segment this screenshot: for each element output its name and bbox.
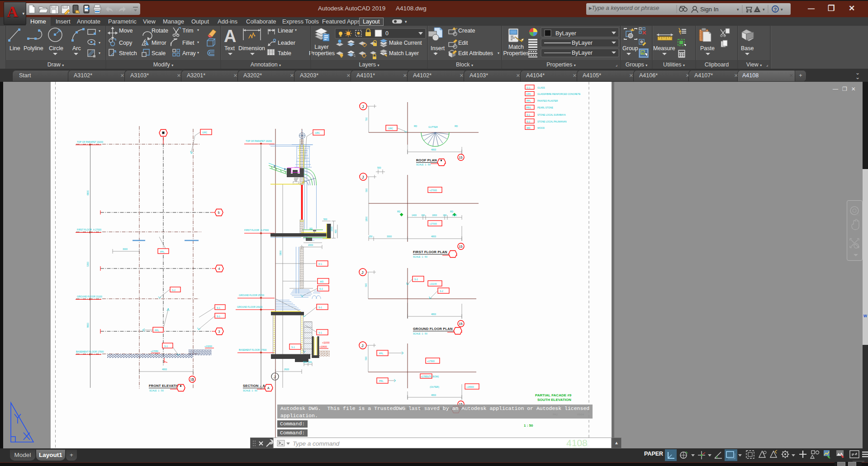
svg-text:500: 500 bbox=[303, 361, 307, 363]
svg-text:▾: ▾ bbox=[763, 7, 765, 12]
svg-text:S-1: S-1 bbox=[217, 315, 220, 318]
svg-text:1800: 1800 bbox=[432, 214, 437, 217]
svg-text:+27000: +27000 bbox=[429, 189, 437, 192]
svg-text:150: 150 bbox=[421, 214, 425, 217]
svg-text:GROUND FLOOR 21100: GROUND FLOOR 21100 bbox=[77, 295, 102, 298]
svg-text:D-1: D-1 bbox=[318, 263, 322, 265]
svg-text:STONE LOCAL SURABAYA: STONE LOCAL SURABAYA bbox=[537, 113, 566, 116]
svg-text:G-1: G-1 bbox=[526, 86, 531, 89]
svg-text:+13200: +13200 bbox=[204, 345, 212, 348]
svg-text:TOP OF PARAPET 19200: TOP OF PARAPET 19200 bbox=[77, 141, 103, 143]
svg-text:500: 500 bbox=[365, 356, 367, 360]
svg-text:4800: 4800 bbox=[431, 313, 436, 315]
svg-text:500: 500 bbox=[377, 166, 381, 169]
svg-text:WD: WD bbox=[526, 127, 531, 129]
svg-text:+16900: +16900 bbox=[466, 386, 474, 388]
svg-text:Type a command: Type a command bbox=[293, 440, 340, 447]
svg-text:S-1: S-1 bbox=[217, 306, 220, 309]
svg-text:RD: RD bbox=[450, 210, 454, 213]
svg-text:TOP OF PARAPET 19200: TOP OF PARAPET 19200 bbox=[246, 140, 272, 142]
svg-text:6600: 6600 bbox=[86, 190, 89, 195]
svg-text:SECTION – A: SECTION – A bbox=[243, 384, 265, 388]
svg-text:+21100: +21100 bbox=[429, 282, 437, 285]
svg-text:S-1: S-1 bbox=[526, 113, 530, 116]
svg-text:PRL: PRL bbox=[379, 380, 384, 382]
svg-text:4800: 4800 bbox=[162, 368, 167, 371]
svg-text:500: 500 bbox=[365, 283, 367, 287]
svg-text:2D: 2D bbox=[855, 213, 860, 217]
svg-text:500: 500 bbox=[323, 218, 327, 221]
svg-text:PARTIAL FACADE #9: PARTIAL FACADE #9 bbox=[535, 393, 572, 397]
svg-text:4: 4 bbox=[218, 267, 220, 270]
svg-text:+17900: +17900 bbox=[427, 360, 435, 362]
svg-text:RD: RD bbox=[309, 227, 313, 230]
svg-text:PPL: PPL bbox=[155, 329, 159, 332]
svg-text:S-2: S-2 bbox=[414, 278, 418, 281]
svg-text:3000: 3000 bbox=[123, 248, 128, 250]
svg-text:▾: ▾ bbox=[116, 7, 118, 12]
svg-text:RD: RD bbox=[414, 125, 417, 127]
svg-text:9600: 9600 bbox=[86, 323, 89, 328]
svg-text:150: 150 bbox=[443, 214, 447, 217]
svg-text:+11000: +11000 bbox=[322, 341, 330, 344]
svg-text:3000: 3000 bbox=[387, 235, 392, 238]
svg-text:FIRST FLOOR A 27000: FIRST FLOOR A 27000 bbox=[77, 228, 101, 231]
svg-text:J: J bbox=[362, 175, 364, 179]
svg-text:GLASS: GLASS bbox=[537, 86, 545, 89]
svg-text:+17850(TC BOW): +17850(TC BOW) bbox=[421, 375, 439, 378]
svg-text:ByLayer: ByLayer bbox=[572, 40, 593, 46]
svg-text:S-1: S-1 bbox=[318, 331, 322, 334]
svg-text:?: ? bbox=[774, 7, 777, 12]
svg-text:Sign In: Sign In bbox=[700, 6, 718, 13]
svg-text:GRC: GRC bbox=[526, 93, 531, 95]
svg-text:1500: 1500 bbox=[330, 226, 333, 231]
svg-text:J: J bbox=[362, 104, 364, 109]
svg-text:A: A bbox=[267, 386, 270, 390]
svg-text:GROUND FLOOR PLAN: GROUND FLOOR PLAN bbox=[413, 327, 453, 331]
svg-text:RD: RD bbox=[397, 210, 401, 213]
svg-text:0: 0 bbox=[385, 30, 389, 37]
svg-text:SCALE 1 : 50: SCALE 1 : 50 bbox=[413, 255, 427, 258]
svg-text:PEARL STONE: PEARL STONE bbox=[537, 106, 553, 109]
svg-text:5800: 5800 bbox=[279, 250, 282, 255]
svg-text:PPL: PPL bbox=[379, 352, 384, 355]
svg-text:1400: 1400 bbox=[452, 214, 457, 217]
svg-text:2620: 2620 bbox=[284, 368, 289, 371]
svg-text:+27000: +27000 bbox=[429, 222, 437, 225]
svg-text:SCALE 1 : 50: SCALE 1 : 50 bbox=[243, 389, 257, 392]
svg-text:+10600: +10600 bbox=[319, 345, 327, 348]
svg-text:SCALE 1 : 50: SCALE 1 : 50 bbox=[413, 332, 427, 335]
svg-text:WOOD: WOOD bbox=[537, 127, 545, 129]
svg-text:150: 150 bbox=[369, 235, 373, 238]
svg-text:GLASSFIBRE REINFORCED CONCRETE: GLASSFIBRE REINFORCED CONCRETE bbox=[537, 93, 581, 95]
svg-text:RD: RD bbox=[455, 125, 458, 127]
svg-text:GROUND FLOOR 25700: GROUND FLOOR 25700 bbox=[239, 294, 264, 297]
svg-text:SCALE 1 : 50: SCALE 1 : 50 bbox=[416, 163, 431, 166]
svg-text:400: 400 bbox=[334, 229, 337, 233]
svg-text:PRS: PRS bbox=[526, 106, 531, 109]
svg-text:4800: 4800 bbox=[431, 394, 436, 396]
svg-text:J: J bbox=[274, 375, 276, 379]
svg-text:S-1: S-1 bbox=[318, 306, 322, 309]
svg-text:J: J bbox=[361, 270, 364, 275]
svg-text:FIRST FLOOR PLAN: FIRST FLOOR PLAN bbox=[413, 250, 447, 254]
svg-text:▾: ▾ bbox=[405, 19, 407, 24]
svg-text:GRC: GRC bbox=[315, 132, 320, 134]
svg-text:500: 500 bbox=[308, 361, 312, 363]
svg-text:3: 3 bbox=[218, 330, 220, 333]
svg-text:BASEMENT FLOOR 17500: BASEMENT FLOOR 17500 bbox=[239, 348, 267, 351]
svg-text:PPL: PPL bbox=[526, 99, 531, 102]
svg-text:4800: 4800 bbox=[431, 148, 436, 151]
svg-text:700: 700 bbox=[365, 117, 368, 121]
svg-text:S-1: S-1 bbox=[291, 346, 295, 348]
svg-text:(OUTER): (OUTER) bbox=[430, 386, 439, 388]
svg-text:4800: 4800 bbox=[431, 235, 436, 238]
svg-text:2000: 2000 bbox=[308, 244, 313, 246]
svg-text:1400: 1400 bbox=[412, 214, 417, 217]
svg-text:ByLayer: ByLayer bbox=[555, 30, 576, 37]
svg-text:GUTTER: GUTTER bbox=[428, 126, 438, 128]
svg-text:S-2: S-2 bbox=[172, 289, 175, 292]
svg-text:2: 2 bbox=[284, 168, 286, 170]
svg-text:5: 5 bbox=[218, 211, 220, 214]
svg-text:S-2: S-2 bbox=[319, 287, 323, 290]
